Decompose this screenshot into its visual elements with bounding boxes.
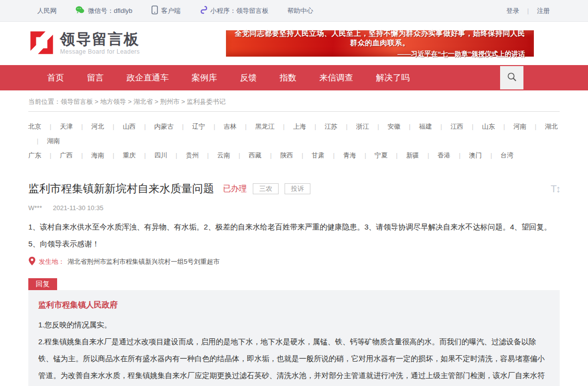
region-link[interactable]: 山东 — [463, 119, 495, 134]
miniprogram-icon — [200, 5, 207, 16]
nav-item[interactable]: 解决了吗 — [365, 65, 421, 90]
client-label: 客户端 — [161, 6, 181, 15]
message-header: 监利市程集镇新新垸村自来水质量问题 已办理 三农投诉 T↕ — [28, 181, 560, 196]
region-link[interactable]: 北京 — [28, 119, 41, 134]
nav-item[interactable]: 留言 — [75, 65, 115, 90]
region-link[interactable]: 辽宁 — [174, 119, 205, 134]
region-link[interactable]: 四川 — [136, 148, 167, 162]
region-link[interactable]: 江西 — [432, 119, 463, 134]
logo-mark-icon — [28, 29, 55, 58]
breadcrumb-path[interactable]: 领导留言板 > 地方领导 > 湖北省 > 荆州市 > 监利县委书记 — [61, 98, 225, 105]
reply-line-2: 2.程集镇姚集自来水厂是通过水改项目建设而成，启用的是地下水，地下水是硬水，属锰… — [38, 333, 550, 386]
message-content: 1、该村自来水供水至今水质浑浊、有异物、有水垢。2、极差的自来水给老百姓带来严重… — [28, 219, 560, 252]
location-text: 湖北省荆州市监利市程集镇新兴垸村一组5号刘重超市 — [68, 257, 220, 266]
wechat-label: 微信号：dfldlyb — [88, 6, 133, 15]
message-tag: 投诉 — [285, 183, 310, 194]
login-register-divider: | — [527, 7, 529, 14]
main-navigation: 首页留言政企直通车案例库反馈指数来信调查解决了吗 — [0, 65, 588, 90]
nav-item[interactable]: 案例库 — [180, 65, 228, 90]
breadcrumb-label: 当前位置： — [28, 98, 61, 105]
site-header: 领导留言板 Message Board for Leaders 全党同志都要坚持… — [0, 22, 588, 65]
region-filter: 北京天津河北山西内蒙古辽宁吉林黑龙江上海江苏浙江安徽福建江西山东河南湖北湖南 广… — [28, 112, 560, 168]
login-link[interactable]: 登录 — [507, 6, 519, 15]
message-tag: 三农 — [253, 183, 279, 194]
status-badge: 已办理 — [223, 184, 247, 194]
quote-banner: 全党同志都要坚持人民立场、人民至上，坚持不懈为群众办实事做好事，始终保持同人民群… — [226, 30, 534, 57]
region-link[interactable]: 天津 — [41, 119, 73, 134]
font-size-toggle-icon[interactable]: T↕ — [551, 183, 560, 195]
region-link[interactable]: 海南 — [73, 148, 104, 162]
location-label: 发生地： — [39, 257, 65, 266]
region-link[interactable]: 新疆 — [387, 148, 419, 162]
region-link[interactable]: 浙江 — [338, 119, 369, 134]
region-link[interactable]: 江苏 — [306, 119, 337, 134]
region-link[interactable]: 广东 — [28, 148, 41, 162]
reply-box: 监利市程集镇人民政府 1.您反映的情况属实。 2.程集镇姚集自来水厂是通过水改项… — [28, 290, 560, 386]
region-link[interactable]: 甘肃 — [293, 148, 324, 162]
reply-badge: 回复 — [28, 278, 57, 290]
top-utility-bar: 人民网 微信号：dfldlyb 客户端 小程序：领导留言板 — [0, 0, 588, 22]
author-name: W*** — [28, 204, 42, 212]
region-row-1: 北京天津河北山西内蒙古辽宁吉林黑龙江上海江苏浙江安徽福建江西山东河南湖北湖南 — [28, 119, 560, 148]
region-link[interactable]: 香港 — [419, 148, 450, 162]
region-link[interactable]: 山西 — [104, 119, 136, 134]
post-timestamp: 2021-11-30 10:35 — [53, 204, 103, 212]
message-title: 监利市程集镇新新垸村自来水质量问题 — [28, 181, 214, 196]
region-link[interactable]: 陕西 — [262, 148, 293, 162]
site-logo[interactable]: 领导留言板 Message Board for Leaders — [28, 29, 140, 58]
nav-item[interactable]: 政企直通车 — [115, 65, 180, 90]
mobile-phone-icon — [151, 5, 158, 16]
region-link[interactable]: 河北 — [73, 119, 104, 134]
nav-item[interactable]: 指数 — [268, 65, 308, 90]
map-pin-icon — [28, 256, 36, 267]
region-link[interactable]: 黑龙江 — [236, 119, 274, 134]
tag-list: 三农投诉 — [247, 183, 310, 194]
region-link[interactable]: 湖北 — [526, 119, 558, 134]
search-icon — [507, 72, 517, 84]
location-row: 发生地： 湖北省荆州市监利市程集镇新兴垸村一组5号刘重超市 — [28, 256, 560, 267]
region-link[interactable]: 重庆 — [104, 148, 136, 162]
region-link[interactable]: 宁夏 — [356, 148, 387, 162]
region-link[interactable]: 河南 — [495, 119, 526, 134]
region-link[interactable]: 广西 — [41, 148, 73, 162]
topbar-site-label: 人民网 — [37, 6, 57, 15]
region-row-2: 广东广西海南重庆四川贵州云南西藏陕西甘肃青海宁夏新疆香港澳门台湾 — [28, 148, 560, 162]
logo-subtitle: Message Board for Leaders — [60, 48, 140, 55]
help-center-link[interactable]: 帮助中心 — [288, 6, 313, 15]
region-link[interactable]: 贵州 — [167, 148, 199, 162]
region-link[interactable]: 福建 — [400, 119, 432, 134]
nav-item[interactable]: 首页 — [36, 65, 75, 90]
logo-title: 领导留言板 — [60, 32, 140, 47]
region-link[interactable]: 吉林 — [205, 119, 236, 134]
reply-department: 监利市程集镇人民政府 — [38, 300, 550, 310]
region-link[interactable]: 台湾 — [482, 148, 513, 162]
mobile-client-item[interactable]: 客户端 — [151, 5, 181, 16]
wechat-icon — [75, 6, 84, 15]
miniprogram-label: 小程序：领导留言板 — [211, 6, 269, 15]
reply-section: 回复 监利市程集镇人民政府 1.您反映的情况属实。 2.程集镇姚集自来水厂是通过… — [28, 278, 560, 386]
nav-list: 首页留言政企直通车案例库反馈指数来信调查解决了吗 — [28, 65, 421, 90]
help-label: 帮助中心 — [288, 6, 313, 15]
search-button[interactable] — [500, 66, 523, 89]
reply-body: 1.您反映的情况属实。 2.程集镇姚集自来水厂是通过水改项目建设而成，启用的是地… — [38, 316, 550, 386]
reply-line-1: 1.您反映的情况属实。 — [38, 316, 550, 333]
nav-item[interactable]: 反馈 — [228, 65, 268, 90]
peoples-daily-link[interactable]: 人民网 — [37, 6, 57, 15]
region-link[interactable]: 澳门 — [450, 148, 482, 162]
region-link[interactable]: 上海 — [275, 119, 306, 134]
banner-quote-line1: 全党同志都要坚持人民立场、人民至上，坚持不懈为群众办实事做好事，始终保持同人民群… — [232, 29, 528, 48]
region-link[interactable]: 西藏 — [230, 148, 261, 162]
region-link[interactable]: 内蒙古 — [136, 119, 173, 134]
region-link[interactable]: 云南 — [199, 148, 230, 162]
register-link[interactable]: 注册 — [537, 6, 550, 15]
breadcrumb: 当前位置：领导留言板 > 地方领导 > 湖北省 > 荆州市 > 监利县委书记 — [28, 90, 560, 112]
nav-item[interactable]: 来信调查 — [308, 65, 365, 90]
region-link[interactable]: 湖南 — [28, 134, 60, 148]
banner-quote-line2: ——习近平在“七一勋章”颁授仪式上的讲话 — [232, 50, 528, 59]
region-link[interactable]: 青海 — [325, 148, 356, 162]
message-meta: W*** 2021-11-30 10:35 — [28, 204, 560, 212]
region-link[interactable]: 安徽 — [369, 119, 400, 134]
wechat-account-item[interactable]: 微信号：dfldlyb — [75, 6, 133, 15]
miniprogram-item[interactable]: 小程序：领导留言板 — [200, 5, 269, 16]
